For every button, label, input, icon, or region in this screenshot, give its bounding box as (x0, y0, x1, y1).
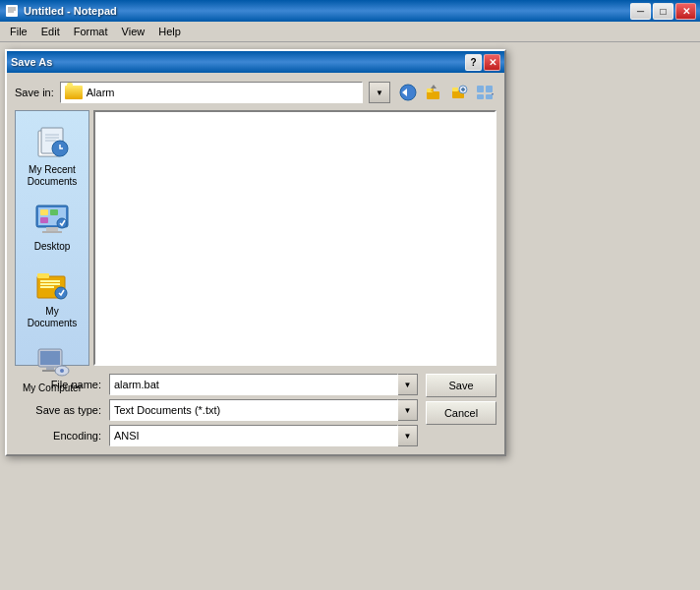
save-in-row: Save in: Alarm ▼ (15, 81, 496, 104)
dialog-title: Save As (11, 56, 52, 68)
dropdown-arrow-icon2: ▼ (404, 381, 412, 389)
encoding-input-wrap: ▼ (109, 425, 418, 446)
encoding-dropdown-arrow[interactable]: ▼ (398, 425, 418, 446)
encoding-label: Encoding: (15, 430, 101, 442)
file-name-input[interactable] (109, 374, 398, 395)
svg-rect-35 (37, 273, 49, 278)
dialog-body: Save in: Alarm ▼ (7, 73, 504, 454)
svg-rect-31 (50, 209, 58, 215)
shortcut-recent[interactable]: My Recent Documents (18, 119, 87, 192)
menu-edit[interactable]: Edit (35, 24, 66, 39)
desktop-icon (32, 200, 72, 239)
shortcut-desktop[interactable]: Desktop (18, 196, 87, 257)
up-folder-button[interactable] (422, 81, 445, 104)
new-folder-button[interactable] (447, 81, 471, 104)
svg-rect-0 (6, 5, 18, 17)
encoding-input[interactable] (109, 425, 398, 446)
folder-icon (65, 86, 83, 99)
menu-view[interactable]: View (116, 24, 151, 39)
save-as-type-input-wrap: ▼ (109, 399, 418, 421)
file-name-row: File name: ▼ (15, 374, 418, 395)
dropdown-arrow-icon3: ▼ (404, 406, 412, 415)
svg-rect-29 (42, 231, 62, 233)
svg-rect-36 (40, 280, 60, 282)
svg-rect-17 (477, 94, 484, 99)
dialog-title-bar: Save As ? ✕ (7, 51, 504, 73)
window-title: Untitled - Notepad (24, 5, 117, 17)
svg-rect-15 (477, 86, 484, 92)
maximize-button[interactable]: □ (653, 3, 673, 20)
menu-file[interactable]: File (4, 24, 33, 39)
notepad-window: Untitled - Notepad ─ □ ✕ File Edit Forma… (0, 0, 700, 590)
save-in-dropdown[interactable]: Alarm (60, 82, 363, 103)
svg-rect-16 (486, 86, 493, 92)
save-as-type-label: Save as type: (15, 404, 101, 416)
desktop-label: Desktop (34, 241, 71, 253)
save-in-label: Save in: (15, 87, 54, 98)
svg-point-45 (60, 369, 64, 373)
dialog-help-button[interactable]: ? (465, 54, 482, 71)
file-name-input-wrap: ▼ (109, 374, 418, 395)
shortcuts-panel: My Recent Documents (15, 110, 89, 366)
svg-rect-11 (452, 88, 458, 91)
save-as-type-dropdown-arrow[interactable]: ▼ (398, 399, 418, 421)
dropdown-arrow-icon4: ▼ (404, 432, 412, 441)
svg-rect-38 (40, 286, 54, 288)
svg-rect-32 (40, 217, 48, 223)
file-browser[interactable] (93, 110, 496, 366)
save-as-dialog: Save As ? ✕ Save in: Alarm ▼ (5, 49, 506, 456)
svg-point-33 (57, 218, 67, 228)
form-rows: File name: ▼ Save as type: (15, 374, 418, 446)
file-name-dropdown-arrow[interactable]: ▼ (398, 374, 418, 395)
svg-rect-30 (40, 209, 48, 215)
view-menu-button[interactable] (473, 81, 496, 104)
app-icon (4, 3, 20, 19)
save-as-type-input[interactable] (109, 399, 398, 421)
bottom-area: File name: ▼ Save as type: (15, 374, 496, 446)
my-computer-icon (32, 341, 72, 381)
my-documents-icon (32, 265, 72, 304)
save-in-value: Alarm (87, 87, 358, 98)
content-area: My Recent Documents (15, 110, 496, 366)
form-section: File name: ▼ Save as type: (15, 374, 418, 446)
toolbar-icons (396, 81, 496, 104)
save-as-type-row: Save as type: ▼ (15, 399, 418, 421)
svg-rect-37 (40, 283, 60, 285)
menu-help[interactable]: Help (152, 24, 187, 39)
minimize-button[interactable]: ─ (630, 3, 651, 20)
save-button[interactable]: Save (426, 374, 496, 397)
title-bar: Untitled - Notepad ─ □ ✕ (0, 0, 700, 22)
recent-documents-label: My Recent Documents (20, 164, 85, 188)
save-in-dropdown-arrow[interactable]: ▼ (369, 82, 390, 103)
svg-rect-41 (40, 351, 60, 365)
svg-marker-9 (431, 85, 437, 88)
title-buttons: ─ □ ✕ (630, 3, 696, 20)
close-button[interactable]: ✕ (675, 3, 696, 20)
my-documents-label: My Documents (20, 306, 85, 329)
dropdown-arrow-icon: ▼ (376, 88, 383, 97)
menu-format[interactable]: Format (68, 24, 114, 39)
svg-rect-28 (46, 227, 58, 231)
svg-point-39 (55, 287, 67, 299)
shortcut-documents[interactable]: My Documents (18, 261, 87, 333)
back-button[interactable] (396, 81, 420, 104)
dialog-close-button[interactable]: ✕ (484, 54, 500, 71)
recent-documents-icon (32, 123, 72, 162)
action-buttons: Save Cancel (426, 374, 496, 425)
encoding-row: Encoding: ▼ (15, 425, 418, 446)
menu-bar: File Edit Format View Help (0, 22, 700, 42)
svg-rect-42 (46, 367, 54, 370)
dialog-title-buttons: ? ✕ (465, 54, 500, 71)
title-bar-left: Untitled - Notepad (4, 3, 117, 19)
svg-rect-6 (427, 91, 439, 99)
svg-rect-18 (486, 94, 493, 99)
cancel-button[interactable]: Cancel (426, 401, 496, 425)
